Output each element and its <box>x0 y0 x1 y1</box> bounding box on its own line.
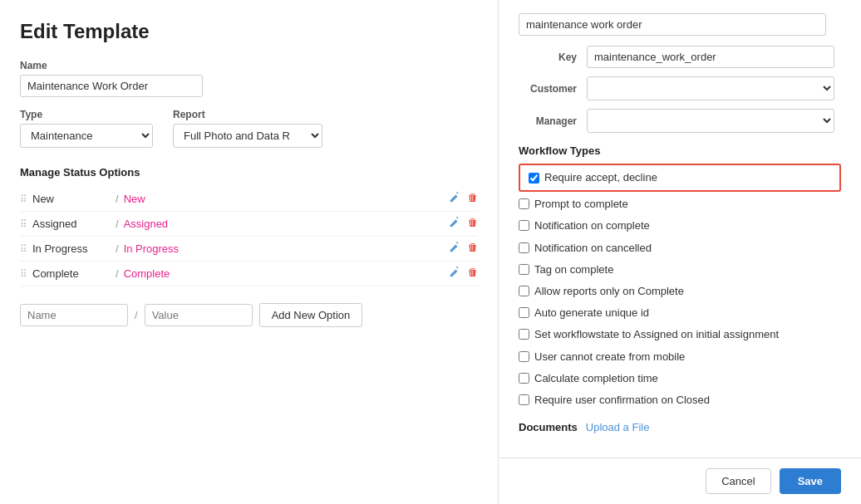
drag-handle-assigned[interactable]: ⠿ <box>20 218 27 230</box>
workflow-checkbox-auto-generate[interactable] <box>519 307 529 318</box>
type-report-row: Type Maintenance Report Full Photo and D… <box>20 109 478 148</box>
workflow-checkbox-user-cannot-create[interactable] <box>519 351 529 362</box>
save-button[interactable]: Save <box>780 468 841 494</box>
name-label: Name <box>20 60 478 71</box>
action-icons-assigned <box>449 217 478 231</box>
action-icons-inprogress <box>449 242 478 256</box>
status-row-assigned: ⠿ Assigned / Assigned <box>20 212 478 237</box>
workflow-notification-cancelled: Notification on cancelled <box>519 239 841 257</box>
name-input[interactable] <box>20 75 203 97</box>
workflow-label-calculate-completion: Calculate completion time <box>534 371 658 386</box>
separator-inprogress: / <box>116 242 119 255</box>
workflow-checkbox-notification-cancelled[interactable] <box>519 242 529 253</box>
left-panel: Edit Template Name Type Maintenance Repo… <box>0 0 499 504</box>
edit-icon-inprogress[interactable] <box>449 242 460 256</box>
type-select[interactable]: Maintenance <box>20 124 153 148</box>
add-name-input[interactable] <box>20 304 128 326</box>
workflow-require-accept: Require accept, decline <box>519 164 841 192</box>
workflow-label-prompt-complete: Prompt to complete <box>534 197 628 212</box>
name-field-group: Name <box>20 60 478 97</box>
status-row-inprogress: ⠿ In Progress / In Progress <box>20 237 478 262</box>
workflow-label-set-workflowstate: Set workflowstate to Assigned on initial… <box>534 327 779 342</box>
template-name-top-input[interactable] <box>519 13 826 36</box>
workflow-checkbox-notification-complete[interactable] <box>519 220 529 231</box>
right-panel: Key Customer Manager Workflow Types Requ… <box>499 0 861 504</box>
workflow-label-notification-complete: Notification on complete <box>534 218 650 233</box>
edit-icon-new[interactable] <box>449 192 460 206</box>
workflow-label-notification-cancelled: Notification on cancelled <box>534 241 652 256</box>
workflow-require-user-confirmation: Require user confirmation on Closed <box>519 391 841 409</box>
workflow-user-cannot-create: User cannot create from mobile <box>519 348 841 366</box>
type-field-group: Type Maintenance <box>20 109 153 148</box>
key-row: Key <box>519 46 841 68</box>
workflow-title: Workflow Types <box>519 144 841 157</box>
customer-label: Customer <box>519 83 577 95</box>
key-input[interactable] <box>587 46 834 68</box>
manager-row: Manager <box>519 109 841 133</box>
upload-file-link[interactable]: Upload a File <box>586 421 650 433</box>
cancel-button[interactable]: Cancel <box>706 468 770 494</box>
workflow-label-allow-reports: Allow reports only on Complete <box>534 284 684 299</box>
separator-new: / <box>116 193 119 205</box>
workflow-auto-generate: Auto generate unique id <box>519 304 841 322</box>
status-value-complete: Complete <box>124 267 449 280</box>
manage-status-section: Manage Status Options ⠿ New / New <box>20 166 478 286</box>
workflow-label-tag-complete: Tag on complete <box>534 262 613 277</box>
action-icons-complete <box>449 267 478 281</box>
report-select[interactable]: Full Photo and Data R <box>173 124 322 148</box>
workflow-checkbox-require-user-confirmation[interactable] <box>519 394 529 405</box>
status-value-assigned: Assigned <box>124 218 449 230</box>
workflow-checkbox-tag-complete[interactable] <box>519 264 529 275</box>
action-icons-new <box>449 192 478 206</box>
status-row-complete: ⠿ Complete / Complete <box>20 262 478 286</box>
drag-handle-inprogress[interactable]: ⠿ <box>20 243 27 255</box>
status-name-complete: Complete <box>32 267 116 280</box>
workflow-label-require-user-confirmation: Require user confirmation on Closed <box>534 393 710 408</box>
workflow-checkbox-set-workflowstate[interactable] <box>519 329 529 340</box>
delete-icon-new[interactable] <box>467 192 478 206</box>
add-separator: / <box>135 309 138 321</box>
delete-icon-inprogress[interactable] <box>467 242 478 256</box>
page-title: Edit Template <box>20 20 478 43</box>
separator-complete: / <box>116 267 119 280</box>
workflow-checkbox-allow-reports[interactable] <box>519 286 529 296</box>
workflow-checkbox-require-accept[interactable] <box>529 173 539 183</box>
status-row-new: ⠿ New / New <box>20 187 478 212</box>
bottom-bar: Cancel Save <box>499 458 861 504</box>
workflow-set-workflowstate: Set workflowstate to Assigned on initial… <box>519 325 841 344</box>
add-option-row: / Add New Option <box>20 303 478 327</box>
customer-row: Customer <box>519 76 841 100</box>
workflow-section: Workflow Types Require accept, decline P… <box>519 144 841 409</box>
manage-status-title: Manage Status Options <box>20 166 478 179</box>
status-value-inprogress: In Progress <box>124 242 449 255</box>
delete-icon-assigned[interactable] <box>467 217 478 231</box>
workflow-tag-complete: Tag on complete <box>519 261 841 279</box>
add-new-option-button[interactable]: Add New Option <box>259 303 363 327</box>
add-value-input[interactable] <box>145 304 253 326</box>
type-label: Type <box>20 109 153 120</box>
manager-label: Manager <box>519 115 577 127</box>
workflow-checkbox-prompt-complete[interactable] <box>519 198 529 209</box>
separator-assigned: / <box>116 218 119 230</box>
workflow-prompt-complete: Prompt to complete <box>519 195 841 213</box>
delete-icon-complete[interactable] <box>467 267 478 281</box>
drag-handle-new[interactable]: ⠿ <box>20 193 27 205</box>
documents-row: Documents Upload a File <box>519 421 841 433</box>
customer-select[interactable] <box>587 76 834 100</box>
workflow-allow-reports: Allow reports only on Complete <box>519 282 841 301</box>
workflow-label-user-cannot-create: User cannot create from mobile <box>534 350 685 365</box>
workflow-label-auto-generate: Auto generate unique id <box>534 306 649 321</box>
manager-select[interactable] <box>587 109 834 133</box>
workflow-label-require-accept: Require accept, decline <box>544 170 657 185</box>
workflow-notification-complete: Notification on complete <box>519 217 841 235</box>
documents-label: Documents <box>519 421 578 433</box>
report-field-group: Report Full Photo and Data R <box>173 109 322 148</box>
workflow-checkbox-calculate-completion[interactable] <box>519 373 529 384</box>
top-input-row <box>519 13 841 36</box>
report-label: Report <box>173 109 322 120</box>
edit-icon-complete[interactable] <box>449 267 460 281</box>
key-label: Key <box>519 51 577 63</box>
edit-icon-assigned[interactable] <box>449 217 460 231</box>
workflow-calculate-completion: Calculate completion time <box>519 369 841 388</box>
drag-handle-complete[interactable]: ⠿ <box>20 268 27 280</box>
